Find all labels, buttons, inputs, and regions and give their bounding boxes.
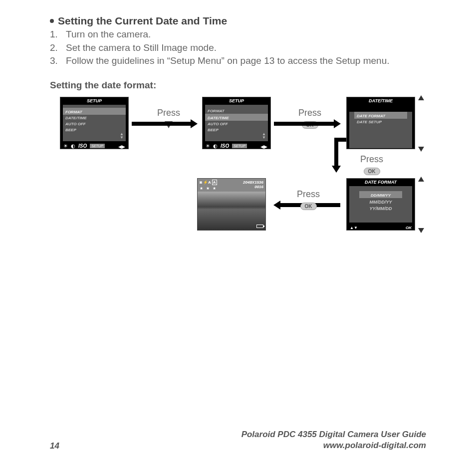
- up-triangle-icon: [418, 95, 424, 100]
- press-label: Press: [157, 108, 180, 131]
- ok-label: OK: [406, 226, 412, 230]
- screen-title: SETUP: [203, 97, 270, 105]
- down-triangle-icon: [418, 147, 424, 152]
- step-text: Follow the guidelines in “Setup Menu” on…: [66, 54, 390, 68]
- step-num: 3.: [50, 54, 66, 68]
- screen-body: FORMAT DATE/TIME AUTO OFF BEEP ▲▼: [63, 105, 126, 141]
- up-triangle-icon: [418, 177, 424, 182]
- screen-dateformat: DATE FORMAT DD/MM/YY MM/DD/YY YY/MM/DD ▲…: [346, 178, 415, 231]
- screen-setup-1: SETUP FORMAT DATE/TIME AUTO OFF BEEP ▲▼ …: [60, 97, 129, 149]
- screen-footer: ☀ ◐ ISO SETUP ◀▶: [203, 141, 270, 150]
- menu-item: DATE/TIME: [63, 115, 126, 121]
- nav-updown-icon: ▲▼: [350, 226, 358, 230]
- menu-item: YY/MM/DD: [349, 205, 412, 212]
- screen-body: FORMAT DATE/TIME AUTO OFF BEEP ▲▼: [205, 105, 268, 141]
- iso-label: ISO: [78, 143, 87, 149]
- camera-icon: ◙: [200, 180, 202, 185]
- menu-item: AUTO OFF: [63, 121, 126, 127]
- iso-label: ISO: [221, 143, 229, 149]
- screen-title: DATE/TIME: [347, 97, 415, 105]
- arrow-right-icon: [274, 122, 335, 126]
- screen-body: DATE FORMAT DATE SETUP: [349, 112, 412, 148]
- mode-icon: A: [212, 180, 217, 185]
- arrow-right-icon: [132, 122, 192, 126]
- photo-counter: 2048X15360016: [243, 180, 263, 189]
- menu-item: MM/DD/YY: [349, 198, 412, 205]
- result-photo: ◙ ⚡A A 2048X15360016 ★ ★ ★: [197, 178, 266, 231]
- bullet-icon: [50, 19, 54, 23]
- page-number: 14: [50, 441, 59, 451]
- step-text: Set the camera to Still Image mode.: [66, 41, 217, 55]
- menu-item: BEEP: [205, 127, 268, 133]
- brightness-icon: ☀: [206, 143, 210, 149]
- menu-item: DATE SETUP: [349, 119, 412, 125]
- menu-item: AUTO OFF: [205, 121, 268, 127]
- screen-body: DD/MM/YY MM/DD/YY YY/MM/DD: [349, 186, 412, 223]
- menu-item: DATE FORMAT: [354, 112, 407, 119]
- subheading: Setting the date format:: [50, 80, 426, 91]
- page-footer: 14 Polaroid PDC 4355 Digital Camera User…: [50, 429, 426, 451]
- press-label: Press OK: [360, 154, 383, 176]
- menu-item: FORMAT: [205, 108, 268, 114]
- menu-item: FORMAT: [63, 108, 126, 115]
- scroll-arrows-icon: ▲▼: [262, 132, 266, 139]
- brightness-icon: ☀: [63, 143, 68, 149]
- screen-footer: ▲▼ OK: [347, 223, 415, 231]
- setup-tab: SETUP: [90, 144, 104, 148]
- nav-updown-icon: ▲▼: [350, 151, 358, 156]
- menu-item: DATE/TIME: [205, 114, 268, 121]
- ok-button-icon: OK: [364, 168, 380, 175]
- battery-icon: [256, 225, 263, 228]
- screen-datetime: DATE/TIME DATE FORMAT DATE SETUP ▲▼ OK: [346, 97, 415, 149]
- screen-footer: ☀ ◐ ISO SETUP ◀▶: [60, 141, 128, 150]
- quality-stars-icon: ★ ★ ★: [200, 186, 217, 191]
- press-label: Press OK: [297, 189, 320, 211]
- contrast-icon: ◐: [71, 143, 75, 149]
- screen-setup-2: SETUP FORMAT DATE/TIME AUTO OFF BEEP ▲▼ …: [202, 97, 271, 149]
- step-text: Turn on the camera.: [66, 28, 151, 41]
- step-num: 2.: [50, 41, 66, 55]
- menu-item: BEEP: [63, 127, 126, 133]
- ok-button-icon: OK: [300, 203, 317, 210]
- press-label: Press OK: [298, 108, 321, 129]
- screen-title: DATE FORMAT: [347, 179, 415, 186]
- scroll-arrows-icon: ▲▼: [120, 132, 124, 139]
- nav-arrows-icon: ◀▶: [118, 144, 125, 149]
- setup-tab: SETUP: [232, 144, 246, 148]
- flow-diagram: SETUP FORMAT DATE/TIME AUTO OFF BEEP ▲▼ …: [60, 97, 426, 256]
- menu-item: DD/MM/YY: [359, 191, 402, 198]
- flash-icon: ⚡A: [203, 180, 211, 185]
- photo-icons: ◙ ⚡A A: [200, 180, 217, 185]
- section-heading: Setting the Current Date and Time: [50, 15, 426, 27]
- nav-arrows-icon: ◀▶: [260, 144, 267, 149]
- footer-text: Polaroid PDC 4355 Digital Camera User Gu…: [241, 429, 426, 451]
- step-num: 1.: [50, 28, 66, 41]
- arrow-corner-icon: [334, 138, 346, 142]
- down-triangle-icon: [418, 228, 424, 233]
- screen-title: SETUP: [60, 97, 128, 105]
- contrast-icon: ◐: [213, 143, 218, 149]
- ok-label: OK: [406, 151, 412, 156]
- steps-list: 1.Turn on the camera. 2.Set the camera t…: [50, 28, 426, 68]
